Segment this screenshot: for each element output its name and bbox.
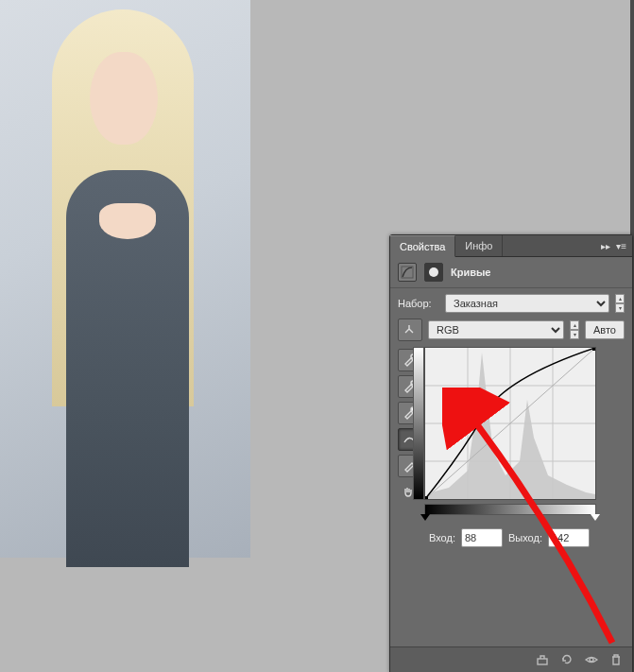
edit-points-icon[interactable] xyxy=(398,319,422,341)
clip-layer-icon[interactable] xyxy=(536,653,549,666)
preset-label: Набор: xyxy=(398,298,439,309)
curves-editor: Вход: Выход: xyxy=(398,347,625,547)
curve-graph[interactable] xyxy=(424,347,596,500)
panel-footer xyxy=(390,646,632,672)
output-value-field[interactable] xyxy=(548,528,590,547)
channel-select[interactable]: RGB xyxy=(428,320,564,339)
input-label: Вход: xyxy=(429,532,455,543)
collapse-icon[interactable]: ▸▸ xyxy=(601,241,610,251)
document-image[interactable] xyxy=(0,0,250,558)
curves-icon xyxy=(398,263,417,282)
image-content xyxy=(28,9,222,558)
adjustment-header: Кривые xyxy=(390,257,632,288)
output-label: Выход: xyxy=(508,532,542,543)
trash-icon[interactable] xyxy=(609,653,623,666)
panel-body: Набор: Заказная ▴▾ RGB ▴▾ Авто xyxy=(390,288,632,646)
output-gradient xyxy=(413,347,424,500)
white-point-slider[interactable] xyxy=(591,514,600,521)
svg-rect-15 xyxy=(592,348,595,351)
tab-info[interactable]: Инфо xyxy=(455,235,503,256)
preset-select[interactable]: Заказная xyxy=(445,294,609,313)
svg-rect-16 xyxy=(538,659,547,664)
svg-rect-13 xyxy=(425,496,428,499)
input-value-field[interactable] xyxy=(461,528,503,547)
reset-icon[interactable] xyxy=(560,653,574,666)
preset-row: Набор: Заказная ▴▾ xyxy=(398,294,625,313)
panel-menu-icon[interactable]: ▾≡ xyxy=(616,241,626,251)
black-point-slider[interactable] xyxy=(420,514,430,521)
io-row: Вход: Выход: xyxy=(424,528,594,547)
visibility-icon[interactable] xyxy=(585,653,598,666)
channel-stepper[interactable]: ▴▾ xyxy=(570,320,579,339)
adjustment-title: Кривые xyxy=(451,267,490,278)
preset-stepper[interactable]: ▴▾ xyxy=(615,294,625,313)
panel-tab-bar: Свойства Инфо ▸▸ ▾≡ xyxy=(390,235,632,257)
svg-point-17 xyxy=(590,658,593,662)
channel-row: RGB ▴▾ Авто xyxy=(398,319,625,341)
auto-button[interactable]: Авто xyxy=(585,320,625,339)
tab-properties[interactable]: Свойства xyxy=(390,235,455,257)
properties-panel: Свойства Инфо ▸▸ ▾≡ Кривые Набор: Заказн… xyxy=(389,234,633,672)
svg-rect-14 xyxy=(482,413,487,418)
mask-icon xyxy=(424,263,443,282)
curve-area: Вход: Выход: xyxy=(424,347,594,547)
input-gradient[interactable] xyxy=(424,504,596,515)
svg-point-1 xyxy=(429,267,438,277)
